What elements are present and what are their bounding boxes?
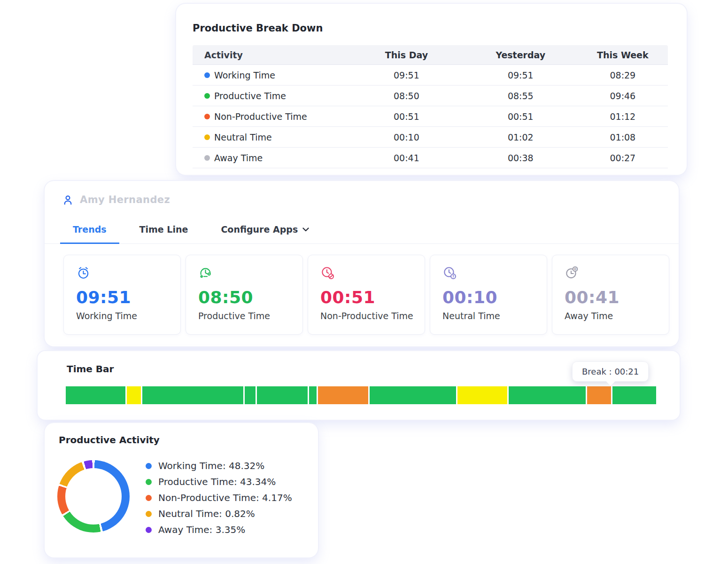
activity-dot bbox=[204, 155, 210, 161]
value-this-week: 01:12 bbox=[578, 111, 668, 122]
stat-card-non-productive-time: 00:51 Non-Productive Time bbox=[308, 255, 425, 335]
value-yesterday: 09:51 bbox=[464, 70, 578, 80]
donut-chart[interactable] bbox=[57, 460, 130, 533]
activity-dot bbox=[204, 93, 210, 99]
productive-activity-card: Productive Activity Working Time: 48.32%… bbox=[45, 423, 318, 557]
person-icon bbox=[62, 195, 73, 205]
clock-blocked-icon bbox=[320, 266, 335, 280]
breakdown-table: Activity This Day Yesterday This Week Wo… bbox=[193, 45, 668, 168]
activity-dot bbox=[204, 114, 210, 119]
activity-dot bbox=[204, 134, 210, 140]
tab-label: Time Line bbox=[139, 224, 188, 235]
legend-item: Productive Time: 43.34% bbox=[146, 474, 292, 490]
tab-label: Configure Apps bbox=[221, 224, 298, 235]
breakdown-title: Productive Break Down bbox=[193, 23, 323, 34]
value-this-day: 00:51 bbox=[349, 111, 464, 122]
chevron-down-icon bbox=[302, 227, 309, 232]
activity-label: Away Time bbox=[214, 153, 263, 163]
time-bar-segment-orange[interactable] bbox=[318, 386, 369, 404]
activity-dot bbox=[204, 72, 210, 78]
productive-breakdown-card: Productive Break Down Activity This Day … bbox=[176, 4, 687, 175]
time-bar-segment-green[interactable] bbox=[245, 386, 256, 404]
activity-label: Non-Productive Time bbox=[214, 111, 307, 122]
legend-item: Non-Productive Time: 4.17% bbox=[146, 490, 292, 506]
time-bar-segment-green[interactable] bbox=[612, 386, 657, 404]
stat-value: 09:51 bbox=[76, 288, 180, 307]
legend-dot bbox=[146, 495, 152, 501]
legend-text: Neutral Time: 0.82% bbox=[158, 508, 255, 519]
user-trends-card: Amy Hernandez Trends Time Line Configure… bbox=[45, 181, 679, 346]
time-bar-segment-yellow[interactable] bbox=[457, 386, 507, 404]
value-this-week: 08:29 bbox=[578, 70, 668, 80]
activity-label: Productive Time bbox=[214, 91, 286, 101]
tab-trends[interactable]: Trends bbox=[60, 220, 119, 244]
tabs-bar: Trends Time Line Configure Apps bbox=[45, 220, 679, 244]
legend-dot bbox=[146, 463, 152, 469]
value-this-day: 09:51 bbox=[349, 70, 464, 80]
user-name: Amy Hernandez bbox=[80, 194, 170, 205]
value-this-week: 01:08 bbox=[578, 132, 668, 142]
column-header-this-week: This Week bbox=[578, 50, 668, 60]
value-this-day: 00:10 bbox=[349, 132, 464, 142]
legend-dot bbox=[146, 527, 152, 533]
time-bar-segment-green[interactable] bbox=[66, 386, 125, 404]
time-bar-title: Time Bar bbox=[67, 363, 114, 375]
breakdown-table-header: Activity This Day Yesterday This Week bbox=[193, 45, 668, 65]
clock-away-icon: 0 bbox=[565, 266, 579, 280]
stat-card-productive-time: 08:50 Productive Time bbox=[186, 255, 303, 335]
time-bar-segment-orange[interactable] bbox=[587, 386, 611, 404]
time-bar-segment-green[interactable] bbox=[309, 386, 316, 404]
clock-question-icon: ? bbox=[442, 266, 457, 280]
legend-dot bbox=[146, 479, 152, 485]
value-yesterday: 01:02 bbox=[464, 132, 578, 142]
legend-item: Neutral Time: 0.82% bbox=[146, 506, 292, 522]
time-bar bbox=[66, 386, 660, 404]
stat-label: Non-Productive Time bbox=[320, 311, 425, 321]
break-tooltip: Break : 00:21 bbox=[572, 361, 649, 382]
value-this-day: 08:50 bbox=[349, 91, 464, 101]
time-bar-segment-green[interactable] bbox=[142, 386, 243, 404]
tab-time-line[interactable]: Time Line bbox=[127, 220, 201, 244]
table-row[interactable]: Working Time 09:51 09:51 08:29 bbox=[193, 65, 668, 86]
user-header: Amy Hernandez bbox=[62, 194, 170, 205]
column-header-yesterday: Yesterday bbox=[464, 50, 578, 60]
activity-title: Productive Activity bbox=[59, 434, 160, 446]
stat-value: 00:51 bbox=[320, 288, 425, 307]
value-this-week: 09:46 bbox=[578, 91, 668, 101]
svg-text:0: 0 bbox=[574, 267, 576, 271]
legend-text: Working Time: 48.32% bbox=[158, 460, 264, 471]
activity-label: Working Time bbox=[214, 70, 275, 80]
legend-item: Away Time: 3.35% bbox=[146, 522, 292, 538]
value-yesterday: 00:51 bbox=[464, 111, 578, 122]
stat-label: Neutral Time bbox=[442, 311, 547, 321]
gauge-clock-icon bbox=[198, 266, 213, 280]
stat-label: Working Time bbox=[76, 311, 180, 321]
tab-label: Trends bbox=[73, 224, 107, 235]
svg-text:?: ? bbox=[452, 274, 455, 279]
legend-text: Productive Time: 43.34% bbox=[158, 476, 276, 487]
table-row[interactable]: Productive Time 08:50 08:55 09:46 bbox=[193, 86, 668, 106]
value-this-day: 00:41 bbox=[349, 153, 464, 163]
time-bar-segment-green[interactable] bbox=[370, 386, 456, 404]
legend-text: Non-Productive Time: 4.17% bbox=[158, 492, 292, 503]
tab-configure-apps[interactable]: Configure Apps bbox=[208, 220, 322, 244]
time-bar-segment-green[interactable] bbox=[509, 386, 586, 404]
stat-value: 08:50 bbox=[198, 288, 302, 307]
time-bar-card: Time Bar Break : 00:21 bbox=[38, 351, 680, 420]
table-row[interactable]: Away Time 00:41 00:38 00:27 bbox=[193, 148, 668, 168]
column-header-activity: Activity bbox=[193, 50, 349, 60]
stats-row: 09:51 Working Time 08:50 Productive Time bbox=[63, 255, 669, 335]
legend-item: Working Time: 48.32% bbox=[146, 458, 292, 474]
legend-text: Away Time: 3.35% bbox=[158, 524, 245, 535]
stat-value: 00:41 bbox=[565, 288, 669, 307]
alarm-clock-icon bbox=[76, 266, 91, 280]
table-row[interactable]: Neutral Time 00:10 01:02 01:08 bbox=[193, 127, 668, 148]
stat-label: Productive Time bbox=[198, 311, 302, 321]
table-row[interactable]: Non-Productive Time 00:51 00:51 01:12 bbox=[193, 106, 668, 127]
time-bar-segment-yellow[interactable] bbox=[127, 386, 141, 404]
productivity-dashboard: Productive Break Down Activity This Day … bbox=[0, 0, 728, 564]
value-yesterday: 00:38 bbox=[464, 153, 578, 163]
value-this-week: 00:27 bbox=[578, 153, 668, 163]
stat-card-neutral-time: ? 00:10 Neutral Time bbox=[430, 255, 547, 335]
time-bar-segment-green[interactable] bbox=[257, 386, 308, 404]
